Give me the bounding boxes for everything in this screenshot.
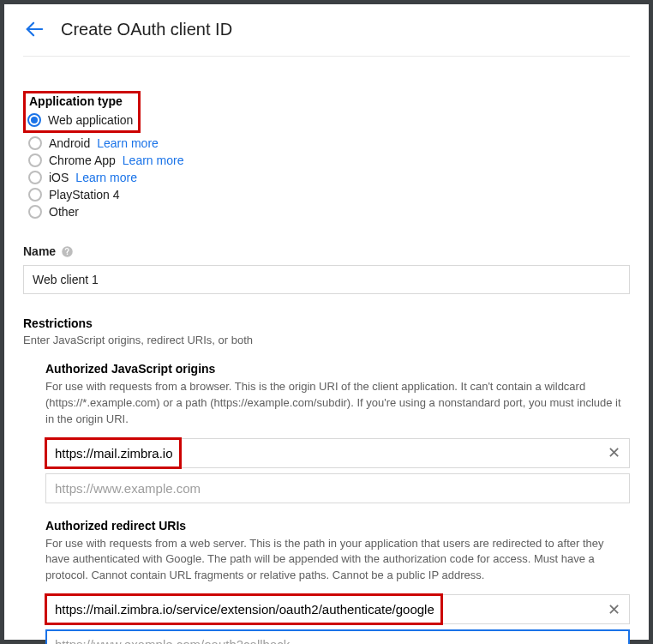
page-header: Create OAuth client ID [23,18,630,57]
app-type-options-rest: Android Learn more Chrome App Learn more… [28,135,630,220]
application-type-label: Application type [27,94,133,108]
name-field-block: Name [23,244,630,294]
radio-label: iOS [49,171,69,184]
app-type-option-ios[interactable]: iOS Learn more [28,169,630,186]
back-arrow-icon[interactable] [23,18,45,40]
redirect-uris-block: Authorized redirect URIs For use with re… [45,519,630,644]
help-icon[interactable] [61,245,74,258]
restrictions-section: Restrictions Enter JavaScript origins, r… [23,316,630,644]
clear-icon[interactable]: ✕ [598,439,629,467]
app-type-option-web[interactable]: Web application [27,111,133,129]
name-input[interactable] [23,265,630,294]
learn-more-link[interactable]: Learn more [75,171,137,184]
redirect-uri-add-input[interactable]: https://www.example.com/oauth2callback [45,629,630,644]
radio-icon [28,188,42,202]
restrictions-title: Restrictions [23,316,630,330]
radio-icon [27,113,41,127]
radio-label: Chrome App [49,153,116,167]
app-type-option-ps4[interactable]: PlayStation 4 [28,186,630,203]
js-origin-entry: https://mail.zimbra.io ✕ [45,438,630,468]
name-field-label-row: Name [23,244,630,258]
redirect-uri-value[interactable]: https://mail.zimbra.io/service/extension… [46,595,598,623]
app-type-option-chrome[interactable]: Chrome App Learn more [28,152,630,169]
radio-label: Other [49,205,79,219]
js-origin-add-input[interactable]: https://www.example.com [45,473,630,503]
radio-label: Web application [48,113,133,127]
redirect-uri-entry: https://mail.zimbra.io/service/extension… [45,594,630,624]
learn-more-link[interactable]: Learn more [123,153,184,167]
redirect-uris-desc: For use with requests from a web server.… [45,536,630,585]
radio-label: Android [49,136,90,150]
redirect-uris-title: Authorized redirect URIs [45,519,630,533]
radio-icon [28,171,42,184]
page-title: Create OAuth client ID [61,20,232,39]
application-type-highlight: Application type Web application [23,91,141,133]
app-type-option-android[interactable]: Android Learn more [28,135,630,152]
app-type-option-other[interactable]: Other [28,203,630,220]
radio-icon [28,136,42,150]
radio-icon [28,205,42,219]
learn-more-link[interactable]: Learn more [97,136,159,150]
js-origins-title: Authorized JavaScript origins [45,362,630,376]
application-type-section: Application type Web application Android… [23,91,630,220]
radio-label: PlayStation 4 [49,188,120,202]
radio-icon [28,153,42,167]
clear-icon[interactable]: ✕ [598,595,629,623]
oauth-create-page: Create OAuth client ID Application type … [4,4,649,640]
js-origins-block: Authorized JavaScript origins For use wi… [45,362,630,503]
restrictions-subtitle: Enter JavaScript origins, redirect URIs,… [23,334,630,346]
js-origins-desc: For use with requests from a browser. Th… [45,379,630,428]
name-field-label: Name [23,244,56,258]
js-origin-value[interactable]: https://mail.zimbra.io [46,439,598,467]
